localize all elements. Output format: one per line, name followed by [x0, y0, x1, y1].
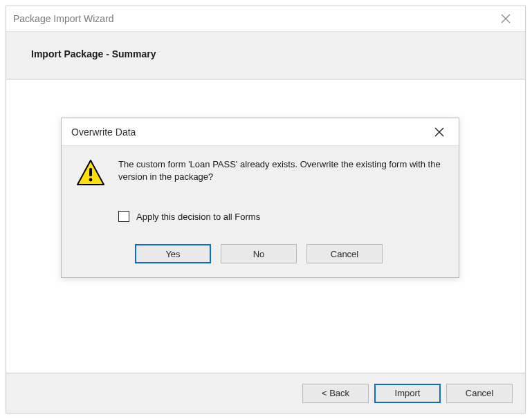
overwrite-dialog: Overwrite Data The custom form 'Loan PAS…: [61, 118, 459, 278]
page-title: Import Package - Summary: [31, 48, 500, 59]
back-button[interactable]: < Back: [302, 384, 369, 403]
dialog-message: The custom form 'Loan PASS' already exis…: [118, 158, 442, 183]
dialog-message-row: The custom form 'Loan PASS' already exis…: [75, 158, 442, 189]
apply-all-checkbox[interactable]: [118, 211, 129, 222]
dialog-buttons: Yes No Cancel: [75, 244, 442, 263]
wizard-header: Import Package - Summary: [6, 31, 525, 80]
cancel-button[interactable]: Cancel: [446, 384, 513, 403]
close-icon: [501, 14, 511, 24]
dialog-title: Overwrite Data: [71, 127, 136, 138]
import-button[interactable]: Import: [374, 384, 441, 403]
window-title: Package Import Wizard: [13, 13, 114, 24]
dialog-close-button[interactable]: [425, 120, 453, 145]
apply-all-label: Apply this decision to all Forms: [136, 212, 260, 222]
dialog-cancel-button[interactable]: Cancel: [306, 244, 383, 263]
window-close-button[interactable]: [493, 6, 518, 31]
apply-all-row: Apply this decision to all Forms: [118, 211, 442, 222]
close-icon: [434, 127, 444, 137]
svg-point-6: [89, 178, 93, 182]
warning-icon: [75, 158, 106, 189]
titlebar: Package Import Wizard: [6, 6, 525, 31]
no-button[interactable]: No: [221, 244, 297, 263]
svg-rect-5: [89, 168, 92, 176]
dialog-body: The custom form 'Loan PASS' already exis…: [62, 146, 459, 277]
wizard-footer: < Back Import Cancel: [6, 373, 525, 413]
yes-button[interactable]: Yes: [135, 244, 211, 263]
dialog-titlebar: Overwrite Data: [62, 118, 459, 146]
